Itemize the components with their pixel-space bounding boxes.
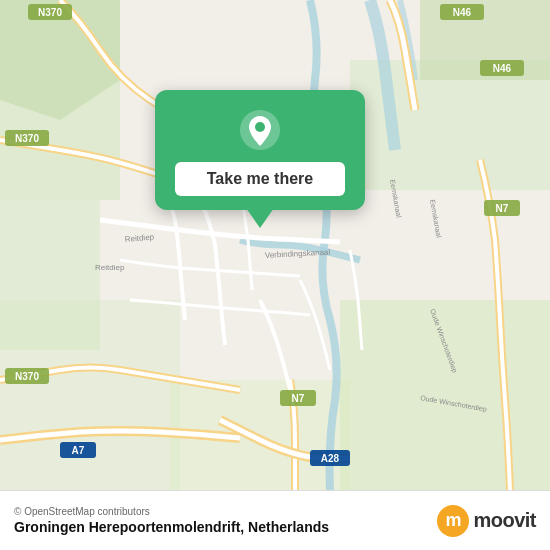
bottom-left-info: © OpenStreetMap contributors Groningen H…: [14, 506, 329, 535]
svg-text:A7: A7: [72, 445, 85, 456]
map-background: N370 N370 N370 N46 N46 N7 N7 A7 A28 Reit…: [0, 0, 550, 490]
take-me-there-button[interactable]: Take me there: [175, 162, 345, 196]
svg-text:N7: N7: [496, 203, 509, 214]
svg-text:N46: N46: [453, 7, 472, 18]
bottom-bar: © OpenStreetMap contributors Groningen H…: [0, 490, 550, 550]
osm-credit: © OpenStreetMap contributors: [14, 506, 329, 517]
svg-text:N370: N370: [38, 7, 62, 18]
svg-text:Reitdiep: Reitdiep: [95, 263, 125, 272]
svg-rect-6: [0, 300, 180, 490]
moovit-logo: m moovit: [437, 505, 536, 537]
location-title: Groningen Herepoortenmolendrift, Netherl…: [14, 519, 329, 535]
svg-text:N7: N7: [292, 393, 305, 404]
svg-point-35: [255, 122, 265, 132]
svg-text:N370: N370: [15, 371, 39, 382]
svg-rect-7: [340, 300, 550, 490]
svg-text:N370: N370: [15, 133, 39, 144]
map-container: N370 N370 N370 N46 N46 N7 N7 A7 A28 Reit…: [0, 0, 550, 490]
moovit-brand-text: moovit: [473, 509, 536, 532]
location-popup: Take me there: [155, 90, 365, 210]
svg-text:A28: A28: [321, 453, 340, 464]
moovit-logo-icon: m: [437, 505, 469, 537]
map-pin-icon: [238, 108, 282, 152]
svg-text:N46: N46: [493, 63, 512, 74]
